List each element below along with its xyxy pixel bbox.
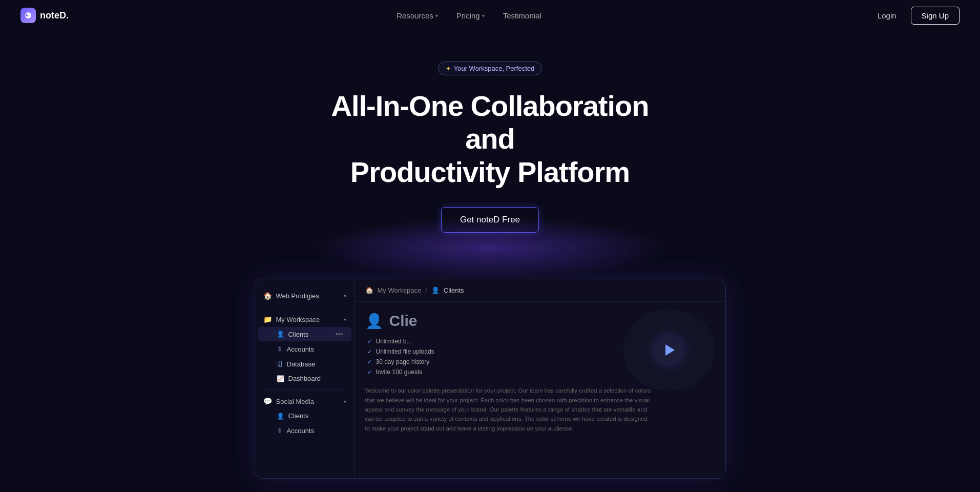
sidebar-section-my-workspace-header[interactable]: 📁 My Workspace ▾ [255,312,355,326]
sidebar-item-social-accounts-left: ＄ Accounts [277,426,314,435]
check-icon: ✓ [367,359,372,365]
hero-cta-button[interactable]: Get noteD Free [441,207,539,233]
sidebar-item-social-clients-label: Clients [288,412,309,420]
feature-label-3: 30 day page history [376,358,430,365]
sidebar-item-dashboard-left: 📈 Dashboard [277,375,321,382]
check-icon: ✓ [367,348,372,355]
sidebar-section-left: 📁 My Workspace [263,315,320,323]
nav-testimonial-label: Testimonial [503,11,541,20]
more-icon[interactable]: ••• [336,330,343,338]
breadcrumb-workspace: My Workspace [378,286,422,294]
sidebar-divider [263,389,346,390]
feature-label-1: Unlimited b... [376,338,412,345]
folder-icon: 📁 [263,315,272,323]
hero-badge-text: Your Workspace, Perfected [454,65,535,72]
sidebar-item-clients-left: 👤 Clients [277,331,309,338]
feature-label-2: Unlimited file uploads [376,348,434,355]
sidebar-section-social-media-header[interactable]: 💬 Social Media ▾ [255,394,355,408]
database-icon: 🗄 [277,361,283,368]
star-icon: ✦ [446,65,451,72]
user-icon: 👤 [277,413,284,420]
chat-icon: 💬 [263,397,272,405]
sidebar-item-dashboard[interactable]: 📈 Dashboard [258,372,351,385]
video-overlay [623,309,715,391]
sidebar-workspace-name: Web Prodigies [276,292,319,300]
breadcrumb: 🏠 My Workspace / 👤 Clients [355,279,725,302]
sidebar-section-social-media: 💬 Social Media ▾ 👤 Clients ＄ Accounts [255,394,355,438]
hero-badge: ✦ Your Workspace, Perfected [438,61,543,75]
sidebar: 🏠 Web Prodigies ▾ 📁 My Workspace ▾ 👤 [255,279,355,478]
chevron-down-icon: ▾ [344,399,346,404]
main-body: 👤 Clie ✓ Unlimited b... ✓ Unlimited file… [355,302,725,478]
home-icon: 🏠 [263,292,272,300]
chevron-down-icon: ▾ [435,13,438,18]
nav-resources[interactable]: Resources ▾ [397,11,438,20]
feature-label-4: Invite 100 guests [376,368,423,376]
sidebar-item-database[interactable]: 🗄 Database [258,357,351,371]
logo-text: noteD. [40,10,69,21]
description-text: Welcome to our color palette presentatio… [365,386,652,433]
nav-pricing[interactable]: Pricing ▾ [456,11,485,20]
nav-right: Login Sign Up [869,7,960,25]
nav-resources-label: Resources [397,11,433,20]
breadcrumb-user-icon: 👤 [431,286,440,294]
chevron-down-icon: ▾ [482,13,485,18]
sidebar-item-database-left: 🗄 Database [277,360,316,368]
app-preview: 🏠 Web Prodigies ▾ 📁 My Workspace ▾ 👤 [255,279,726,479]
main-content: 🏠 My Workspace / 👤 Clients 👤 Clie ✓ Unli… [355,279,725,478]
sidebar-item-clients-label: Clients [288,331,309,338]
nav-center: Resources ▾ Pricing ▾ Testimonial [397,11,541,20]
sidebar-section-my-workspace: 📁 My Workspace ▾ 👤 Clients ••• ＄ Acc [255,312,355,385]
breadcrumb-home-icon: 🏠 [365,286,373,294]
sidebar-item-social-accounts-label: Accounts [287,427,314,435]
sidebar-item-accounts-label: Accounts [287,345,314,353]
login-button[interactable]: Login [869,7,905,24]
svg-point-1 [26,14,28,16]
page-user-icon: 👤 [365,313,383,330]
chart-icon: 📈 [277,375,284,382]
sidebar-section-my-workspace-label: My Workspace [276,316,320,323]
sidebar-item-social-clients-left: 👤 Clients [277,412,309,420]
chevron-down-icon: ▾ [344,317,346,322]
logo[interactable]: noteD. [20,8,69,23]
hero-section: ✦ Your Workspace, Perfected All-In-One C… [0,31,980,279]
dollar-icon: ＄ [277,345,283,354]
chevron-down-icon: ▾ [344,293,346,299]
sidebar-item-social-accounts[interactable]: ＄ Accounts [258,423,351,438]
sidebar-item-accounts-left: ＄ Accounts [277,345,314,354]
nav-pricing-label: Pricing [456,11,480,20]
signup-button[interactable]: Sign Up [911,7,960,25]
sidebar-item-clients[interactable]: 👤 Clients ••• [258,327,351,341]
app-preview-wrapper: 🏠 Web Prodigies ▾ 📁 My Workspace ▾ 👤 [0,279,980,492]
logo-icon [20,8,36,23]
sidebar-section-social-label: Social Media [276,398,314,405]
breadcrumb-separator: / [425,286,427,294]
sidebar-item-accounts[interactable]: ＄ Accounts [258,342,351,357]
sidebar-section-social-left: 💬 Social Media [263,397,314,405]
breadcrumb-current-page: Clients [444,286,464,294]
page-title: Clie [389,312,418,330]
check-icon: ✓ [367,338,372,345]
check-icon: ✓ [367,369,372,376]
sidebar-workspace[interactable]: 🏠 Web Prodigies ▾ [255,288,355,304]
navbar: noteD. Resources ▾ Pricing ▾ Testimonial… [0,0,980,31]
hero-title-line1: All-In-One Collaboration and [331,90,649,155]
play-button[interactable] [655,336,683,364]
sidebar-workspace-left: 🏠 Web Prodigies [263,292,319,300]
play-icon [665,344,675,356]
sidebar-item-social-clients[interactable]: 👤 Clients [258,409,351,423]
dollar-icon: ＄ [277,426,283,435]
hero-title-line2: Productivity Platform [350,156,630,188]
sidebar-item-dashboard-label: Dashboard [288,375,321,382]
hero-title: All-In-One Collaboration and Productivit… [311,90,670,189]
nav-testimonial[interactable]: Testimonial [503,11,541,20]
sidebar-item-database-label: Database [287,360,316,368]
user-icon: 👤 [277,331,284,338]
